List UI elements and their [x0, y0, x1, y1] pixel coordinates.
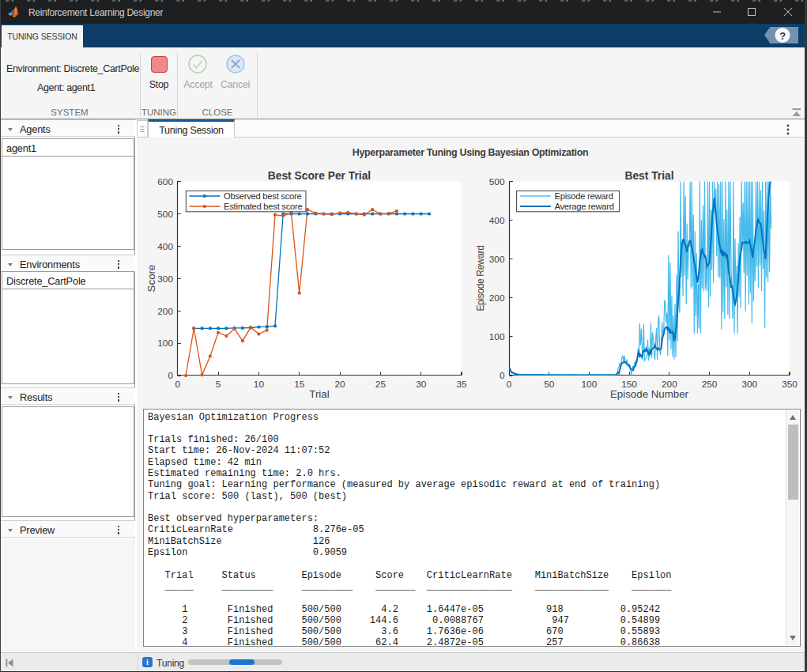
- svg-text:0: 0: [507, 379, 512, 390]
- svg-text:15: 15: [294, 379, 305, 390]
- svg-text:Episode Number: Episode Number: [610, 388, 689, 400]
- svg-text:200: 200: [489, 293, 505, 304]
- svg-text:600: 600: [157, 176, 173, 187]
- svg-text:400: 400: [157, 241, 173, 252]
- svg-text:350: 350: [782, 379, 798, 390]
- svg-text:100: 100: [157, 338, 173, 349]
- svg-text:100: 100: [489, 331, 505, 342]
- svg-text:300: 300: [741, 379, 757, 390]
- svg-text:50: 50: [544, 379, 555, 390]
- svg-text:20: 20: [335, 379, 346, 390]
- svg-text:Trial: Trial: [309, 388, 329, 400]
- svg-text:300: 300: [157, 274, 173, 285]
- svg-text:400: 400: [489, 215, 505, 226]
- svg-text:100: 100: [582, 379, 598, 390]
- svg-text:Episode Reward: Episode Reward: [475, 245, 486, 311]
- svg-text:Average reward: Average reward: [555, 202, 614, 211]
- svg-text:?: ?: [779, 30, 786, 42]
- svg-text:Best Trial: Best Trial: [624, 170, 673, 182]
- svg-text:5: 5: [216, 379, 221, 390]
- svg-text:Best Score Per Trial: Best Score Per Trial: [268, 170, 371, 182]
- svg-text:0: 0: [168, 370, 173, 381]
- svg-text:Estimated best score: Estimated best score: [224, 202, 302, 211]
- svg-text:10: 10: [254, 379, 265, 390]
- svg-text:Observed best score: Observed best score: [224, 191, 302, 201]
- svg-text:0: 0: [500, 370, 505, 381]
- svg-text:25: 25: [375, 379, 387, 390]
- svg-text:200: 200: [157, 306, 173, 317]
- svg-text:500: 500: [489, 176, 505, 187]
- svg-text:0: 0: [175, 379, 181, 390]
- svg-text:500: 500: [157, 209, 173, 220]
- svg-text:30: 30: [416, 379, 427, 390]
- svg-text:250: 250: [702, 379, 718, 390]
- svg-text:Score: Score: [145, 265, 157, 293]
- svg-text:300: 300: [489, 254, 505, 265]
- svg-text:Episode reward: Episode reward: [555, 191, 613, 201]
- svg-text:35: 35: [456, 379, 467, 390]
